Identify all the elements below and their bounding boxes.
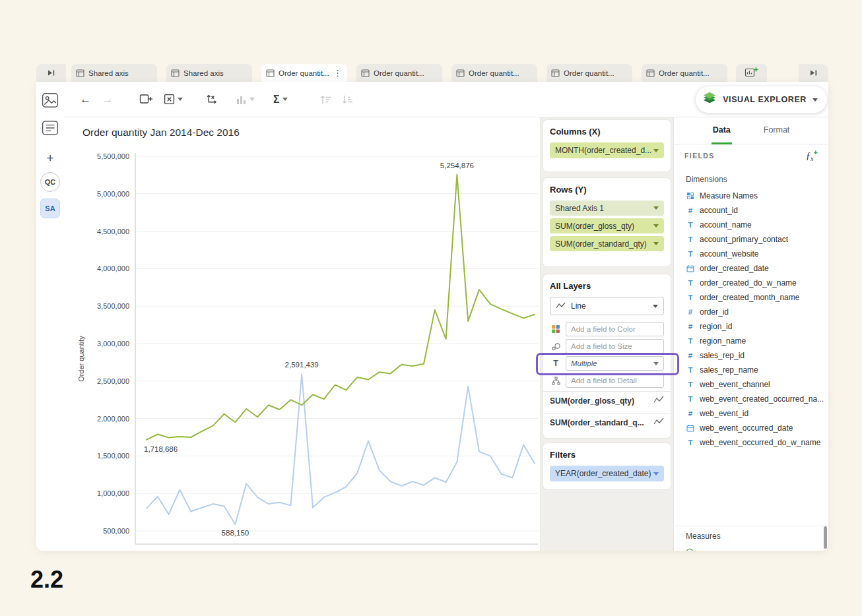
shelf-title: All Layers: [550, 281, 664, 291]
field-item[interactable]: Taccount_primary_contact: [674, 232, 828, 247]
field-item[interactable]: #region_id: [674, 319, 828, 334]
skip-forward-icon: [47, 67, 55, 79]
field-item[interactable]: #order_id: [674, 305, 828, 319]
layer-measure-row[interactable]: SUM(order_standard_q...: [550, 414, 664, 431]
y-tick-label: 4,500,000: [97, 228, 129, 235]
field-item[interactable]: Tsales_rep_name: [674, 363, 828, 377]
shelf-pill[interactable]: MONTH(order_created_d...: [550, 142, 664, 158]
chevron-down-icon: [249, 98, 255, 101]
main-window: + QC SA ← → Σ VISUAL EXPLORER: [36, 82, 828, 551]
tab-data[interactable]: Data: [712, 117, 732, 144]
line-chart: 500,0001,000,0001,500,0002,000,0002,500,…: [89, 152, 540, 549]
tab-scroll-left-button[interactable]: [36, 64, 66, 82]
color-drop-target[interactable]: Add a field to Color: [566, 322, 664, 336]
text-field-icon: T: [686, 250, 695, 258]
field-name: order_created_month_name: [700, 293, 799, 302]
sort-ascending-button[interactable]: [319, 95, 332, 104]
text-field-icon: T: [686, 279, 695, 287]
add-element-button[interactable]: +: [46, 152, 53, 164]
field-name: web_event_occurred_date: [700, 423, 793, 433]
field-item[interactable]: Tweb_event_created_occurred_na...: [674, 392, 828, 406]
y-tick-label: 5,000,000: [97, 190, 129, 198]
measure-names-field-icon: [686, 192, 695, 200]
back-button[interactable]: ←: [80, 94, 91, 105]
field-name: web_event_occurred_do_w_name: [700, 438, 820, 447]
field-item[interactable]: order_created_date: [674, 261, 828, 276]
field-name: web_event_created_occurred_na...: [700, 394, 824, 404]
text-drop-target[interactable]: Multiple: [566, 356, 664, 371]
y-tick-label: 5,500,000: [97, 152, 129, 160]
detail-icon: [550, 377, 562, 385]
field-item[interactable]: #account_id: [674, 203, 828, 218]
avatar-sa[interactable]: SA: [40, 199, 60, 218]
shelf-pill[interactable]: SUM(order_gloss_qty): [550, 218, 664, 233]
notes-widget-button[interactable]: [40, 120, 60, 139]
data-panel: Data Format FIELDS ƒx+ Dimensions Measur…: [673, 117, 828, 551]
worksheet-tab[interactable]: Shared axis: [71, 64, 157, 82]
forward-button[interactable]: →: [102, 94, 113, 105]
field-item[interactable]: Taccount_name: [674, 218, 828, 232]
size-shelf-row: Add a field to Size: [550, 339, 664, 354]
visual-explorer-label: VISUAL EXPLORER: [723, 95, 807, 104]
field-item[interactable]: #web_event_id: [674, 406, 828, 421]
scrollbar-thumb[interactable]: [824, 526, 827, 549]
text-field-icon: T: [686, 381, 695, 388]
chevron-down-icon: [653, 305, 658, 308]
field-item[interactable]: Torder_created_month_name: [674, 290, 828, 305]
y-tick-label: 500,000: [103, 527, 129, 535]
tab-format[interactable]: Format: [762, 117, 791, 144]
shelf-title: Filters: [550, 450, 664, 460]
aggregate-button[interactable]: Σ: [273, 94, 288, 106]
text-field-icon: T: [686, 366, 695, 374]
worksheet-tab[interactable]: Order quantit...: [547, 64, 632, 82]
kebab-menu-icon[interactable]: ⋮: [333, 69, 343, 77]
sort-descending-button[interactable]: [341, 95, 354, 104]
color-palette-icon: [550, 324, 562, 334]
y-tick-label: 4,000,000: [97, 264, 129, 272]
number-field-icon: #: [686, 410, 695, 417]
field-item[interactable]: Tweb_event_channel: [674, 377, 828, 392]
field-item[interactable]: Tregion_name: [674, 334, 828, 348]
add-sheet-button[interactable]: [139, 94, 153, 105]
app-window: Shared axisShared axisOrder quantit...⋮O…: [36, 64, 828, 551]
tab-label: Shared axis: [88, 69, 152, 77]
shelf-pill[interactable]: Shared Axis 1: [550, 200, 664, 216]
avatar-qc[interactable]: QC: [40, 172, 60, 192]
field-item[interactable]: #sales_rep_id: [674, 348, 828, 363]
field-name: region_name: [700, 336, 746, 346]
tab-scroll-right-button[interactable]: [799, 64, 828, 82]
layer-measure-row[interactable]: SUM(order_gloss_qty): [550, 392, 664, 410]
field-name: order_id: [700, 307, 729, 317]
filter-pill[interactable]: YEAR(order_created_date): [550, 466, 664, 481]
worksheet-tab[interactable]: Shared axis: [166, 64, 252, 82]
worksheet-tab[interactable]: Order quantit...⋮: [261, 64, 347, 82]
new-visualization-tab-button[interactable]: [736, 64, 767, 82]
size-drop-target[interactable]: Add a field to Size: [566, 339, 664, 354]
field-item[interactable]: Tweb_event_occurred_do_w_name: [674, 435, 828, 450]
clear-sheet-button[interactable]: [164, 94, 183, 105]
field-item[interactable]: Torder_created_do_w_name: [674, 276, 828, 290]
worksheet-tab[interactable]: Order quantit...: [356, 64, 442, 82]
new-chart-icon: [745, 67, 758, 80]
worksheet-tab[interactable]: Order quantit...: [451, 64, 537, 82]
image-widget-icon: [42, 92, 59, 111]
field-item[interactable]: web_event_occurred_date: [674, 421, 828, 435]
image-widget-button[interactable]: [40, 92, 60, 111]
workspace-body: Order quantity Jan 2014-Dec 2016 Order q…: [64, 117, 828, 551]
add-calculation-button[interactable]: ƒx+: [806, 148, 818, 162]
text-field-icon: T: [686, 221, 695, 229]
worksheet-icon: [266, 69, 275, 77]
visual-explorer-button[interactable]: VISUAL EXPLORER: [696, 86, 827, 113]
swap-axes-button[interactable]: [205, 93, 218, 106]
detail-drop-target[interactable]: Add a field to Detail: [566, 373, 664, 388]
field-item[interactable]: Taccount_website: [674, 247, 828, 261]
field-item[interactable]: Measure Names: [674, 189, 828, 203]
chevron-down-icon: [653, 242, 659, 245]
shelf-title: Columns (X): [550, 127, 664, 137]
worksheet-tab[interactable]: Order quantit...: [642, 64, 727, 82]
shelf-pill[interactable]: SUM(order_standard_qty): [550, 236, 664, 251]
mark-type-select[interactable]: Line: [550, 297, 664, 315]
divider: [674, 526, 828, 526]
chart-type-button[interactable]: [236, 95, 255, 104]
page: Shared axisShared axisOrder quantit...⋮O…: [0, 0, 862, 616]
